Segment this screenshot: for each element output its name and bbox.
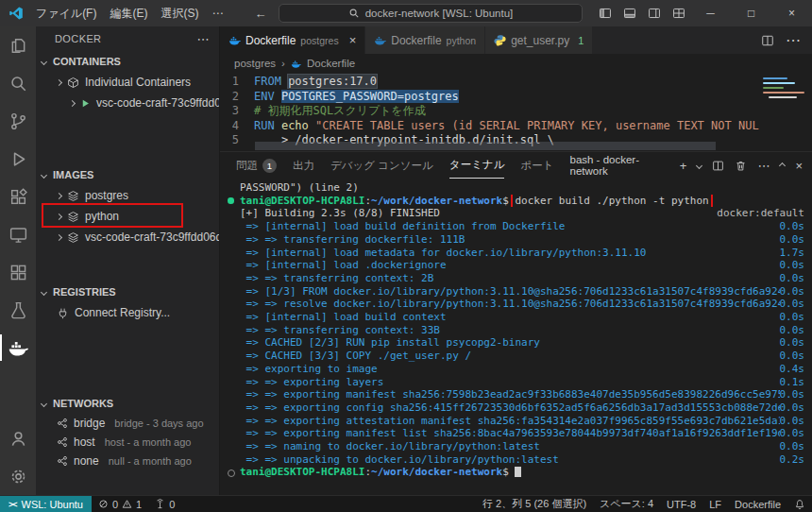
indentation[interactable]: スペース: 4 xyxy=(593,496,660,512)
terminal-gutter xyxy=(228,336,240,350)
command-center-search[interactable]: docker-network [WSL: Ubuntu] xyxy=(279,4,583,23)
tab-dockerfile-postgres[interactable]: Dockerfile postgres × xyxy=(220,26,365,54)
panel-tab-ports[interactable]: ポート xyxy=(520,152,553,179)
sidebar-more-icon[interactable]: ⋯ xyxy=(197,32,210,46)
terminal-text: [+] Building 2.3s (8/8) FINISHED xyxy=(240,207,717,220)
remote-indicator[interactable]: >< WSL: Ubuntu xyxy=(0,496,92,512)
tab-close-icon[interactable]: × xyxy=(349,33,357,47)
section-images[interactable]: IMAGES xyxy=(36,164,219,185)
run-debug-icon[interactable] xyxy=(0,140,36,178)
remote-explorer-icon[interactable] xyxy=(0,215,36,253)
terminal-text: tani@DESKTOP-HCPA8LI:~/work/docker-netwo… xyxy=(240,466,780,479)
split-terminal-icon[interactable] xyxy=(712,160,724,172)
step-duration: 0.0s xyxy=(780,220,812,233)
terminal-gutter xyxy=(228,207,240,220)
tree-item-image-python[interactable]: python xyxy=(36,206,219,227)
editor-more-icon[interactable]: ⋯ xyxy=(786,31,801,49)
extensions-icon[interactable] xyxy=(0,178,36,215)
language-mode[interactable]: Dockerfile xyxy=(728,496,787,512)
line-number: 5 xyxy=(220,133,254,148)
terminal-gutter xyxy=(228,440,240,453)
search-icon[interactable] xyxy=(0,64,36,102)
source-control-icon[interactable] xyxy=(0,102,36,140)
panel-tab-problems[interactable]: 問題 1 xyxy=(236,152,277,179)
line-number: 3 xyxy=(220,104,254,119)
tree-item-image-postgres[interactable]: postgres xyxy=(36,185,219,206)
tree-item-image-vsc[interactable]: vsc-code-craft-73c9ffdd06d... xyxy=(36,227,219,247)
step-duration: 0.0s xyxy=(780,350,812,363)
tab-get-user-py[interactable]: get_user.py 1 xyxy=(485,26,593,54)
section-networks[interactable]: NETWORKS xyxy=(36,393,219,414)
breadcrumb-file[interactable]: Dockerfile xyxy=(307,58,355,69)
account-icon[interactable] xyxy=(0,419,36,457)
terminal-picker-chevron-icon[interactable] xyxy=(696,162,702,168)
panel-tab-output[interactable]: 出力 xyxy=(293,152,314,179)
terminal-text: => CACHED [3/3] COPY ./get_user.py / xyxy=(240,350,780,363)
nav-back-icon[interactable]: ← xyxy=(254,7,266,21)
tree-item-running-container[interactable]: vsc-code-craft-73c9ffdd06... xyxy=(36,93,219,113)
terminal-text: => => unpacking to docker.io/library/pyt… xyxy=(240,453,780,467)
testing-beaker-icon[interactable] xyxy=(0,291,36,329)
toggle-panel-icon[interactable] xyxy=(623,7,636,20)
step-duration: 0.1s xyxy=(780,376,812,389)
section-registries[interactable]: REGISTRIES xyxy=(36,282,219,302)
step-duration: 0.0s xyxy=(780,401,812,415)
error-icon xyxy=(98,499,109,509)
step-duration: 0.0s xyxy=(780,440,812,453)
container-tools-icon[interactable] xyxy=(0,253,36,291)
editor-horizontal-scrollbar[interactable] xyxy=(255,142,716,150)
minimap[interactable] xyxy=(759,73,812,151)
line-number: 1 xyxy=(220,75,254,90)
docker-icon[interactable] xyxy=(0,329,36,367)
terminal-line: => => exporting attestation manifest sha… xyxy=(228,415,812,428)
close-panel-icon[interactable]: × xyxy=(795,160,803,172)
tree-item-individual-containers[interactable]: Individual Containers xyxy=(36,72,219,93)
maximize-panel-chevron-icon[interactable] xyxy=(779,162,786,168)
menu-file[interactable]: ファイル(F) xyxy=(29,3,103,25)
breadcrumb-folder[interactable]: postgres xyxy=(234,58,276,69)
close-button[interactable]: × xyxy=(771,0,812,26)
active-terminal-label[interactable]: bash - docker-network xyxy=(569,154,668,177)
notifications-bell-icon[interactable] xyxy=(787,496,812,512)
customize-layout-icon[interactable] xyxy=(672,7,685,20)
network-item-bridge[interactable]: bridge bridge - 3 days ago xyxy=(36,414,219,433)
terminal-output[interactable]: PASSWORD") (line 2)tani@DESKTOP-HCPA8LI:… xyxy=(220,179,812,495)
code-line: 3# 初期化用SQLスクリプトを作成 xyxy=(220,104,812,119)
minimize-button[interactable]: ─ xyxy=(690,0,731,26)
connect-registry-item[interactable]: Connect Registry... xyxy=(36,302,219,323)
search-icon xyxy=(348,8,360,19)
toggle-secondary-sidebar-icon[interactable] xyxy=(648,7,661,20)
kill-terminal-trash-icon[interactable] xyxy=(735,160,747,172)
section-containers[interactable]: CONTAINERS xyxy=(36,51,219,72)
cursor-position[interactable]: 行 2、列 5 (26 個選択) xyxy=(476,496,593,512)
docker-file-icon xyxy=(374,34,386,46)
panel-tab-debug-console[interactable]: デバッグ コンソール xyxy=(330,152,433,179)
tab-dockerfile-python[interactable]: Dockerfile python xyxy=(365,26,485,54)
encoding[interactable]: UTF-8 xyxy=(660,496,702,512)
terminal-text: PASSWORD") (line 2) xyxy=(240,181,780,195)
ports-status[interactable]: 0 xyxy=(148,496,181,512)
maximize-button[interactable]: □ xyxy=(731,0,771,26)
menu-edit[interactable]: 編集(E) xyxy=(103,3,154,25)
terminal-gutter xyxy=(228,363,240,376)
network-item-none[interactable]: none null - a month ago xyxy=(36,452,219,470)
toggle-sidebar-icon[interactable] xyxy=(599,7,612,20)
menu-more[interactable]: ⋯ xyxy=(205,4,229,23)
explorer-icon[interactable] xyxy=(0,26,36,64)
terminal-gutter xyxy=(228,350,240,363)
code-editor[interactable]: 1FROM postgres:17.02ENV POSTGRES_PASSWOR… xyxy=(220,73,812,151)
docker-file-icon xyxy=(291,59,301,69)
settings-gear-icon[interactable] xyxy=(0,457,36,495)
split-editor-icon[interactable] xyxy=(761,34,774,47)
panel-tab-terminal[interactable]: ターミナル xyxy=(449,152,505,179)
terminal-gutter xyxy=(228,453,240,467)
network-item-host[interactable]: host host - a month ago xyxy=(36,433,219,452)
terminal-gutter xyxy=(228,415,240,428)
eol-sequence[interactable]: LF xyxy=(702,496,728,512)
terminal-text: => => resolve docker.io/library/python:3… xyxy=(240,298,780,311)
problems-status[interactable]: 0 1 xyxy=(92,496,148,512)
menu-selection[interactable]: 選択(S) xyxy=(154,3,205,25)
new-terminal-icon[interactable]: + xyxy=(680,160,687,172)
panel-more-icon[interactable]: ⋯ xyxy=(757,160,770,172)
terminal-line: => => transferring context: 2B0.0s xyxy=(228,272,812,285)
